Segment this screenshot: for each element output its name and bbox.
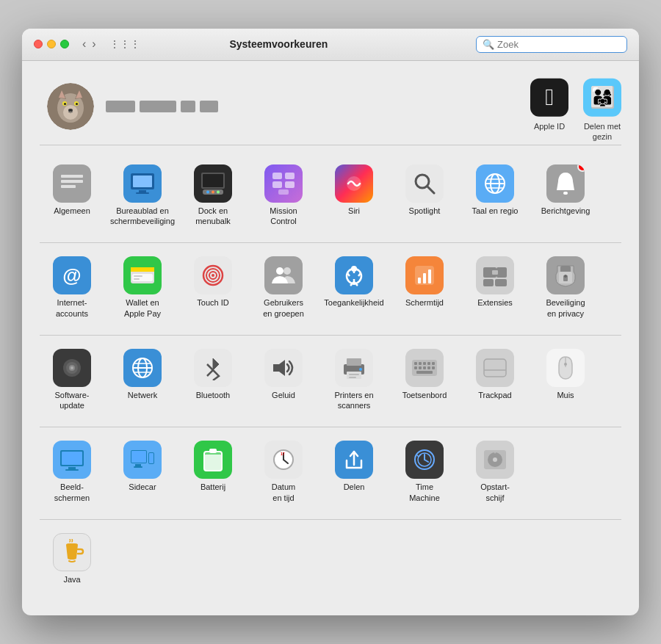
back-button[interactable]: ‹: [81, 38, 87, 50]
close-button[interactable]: [34, 40, 43, 48]
timemachine-icon: [405, 441, 444, 479]
beveiliging-item[interactable]: Beveiligingen privacy: [533, 252, 598, 323]
svg-rect-94: [432, 362, 435, 365]
geluid-label: Geluid: [272, 390, 295, 400]
berichtgeving-item[interactable]: Berichtgeving: [533, 160, 598, 231]
printers-item[interactable]: Printers enscanners: [322, 344, 386, 416]
svg-rect-12: [61, 175, 83, 178]
bureaubad-label: Bureaublad enschermbeveiliging: [110, 206, 175, 227]
user-info: [106, 101, 218, 112]
schermtijd-item[interactable]: Schermtijd: [392, 252, 457, 323]
svg-point-11: [68, 109, 73, 112]
svg-rect-112: [149, 453, 153, 463]
siri-item[interactable]: Siri: [322, 160, 386, 231]
svg-line-127: [425, 460, 428, 462]
notification-badge: [577, 164, 585, 172]
dock-item[interactable]: Dock enmenubalk: [181, 160, 245, 231]
spotlight-label: Spotlight: [409, 206, 441, 216]
svg-point-50: [283, 267, 291, 275]
svg-marker-82: [273, 360, 285, 376]
datum-icon: 17: [264, 441, 303, 479]
svg-rect-99: [432, 366, 435, 369]
opstart-item[interactable]: Opstart-schijf: [463, 436, 527, 507]
touchid-label: Touch ID: [197, 297, 228, 308]
java-item[interactable]: Java: [40, 529, 104, 589]
netwerk-label: Netwerk: [128, 390, 157, 400]
beeld-item[interactable]: Beeld-schermen: [40, 436, 104, 507]
berichtgeving-icon: [546, 164, 585, 203]
svg-rect-43: [134, 275, 142, 277]
svg-rect-25: [272, 173, 282, 179]
svg-rect-29: [278, 189, 289, 195]
dock-icon: [194, 164, 232, 203]
internet-item[interactable]: @ Internet-accounts: [40, 252, 104, 323]
svg-rect-91: [419, 362, 422, 365]
svg-rect-66: [495, 279, 507, 286]
apple-id-button[interactable]:  Apple ID: [530, 78, 568, 142]
minimize-button[interactable]: [47, 40, 56, 48]
algemeen-item[interactable]: Algemeen: [40, 160, 104, 231]
search-input[interactable]: [497, 39, 621, 50]
svg-rect-113: [135, 464, 141, 466]
svg-rect-18: [136, 192, 149, 194]
schermtijd-icon: [405, 256, 444, 294]
bureaubad-item[interactable]: Bureaublad enschermbeveiliging: [110, 160, 175, 231]
svg-rect-41: [131, 267, 154, 272]
svg-point-131: [494, 452, 496, 454]
taal-item[interactable]: Taal en regio: [463, 160, 527, 231]
datum-item[interactable]: 17 Datumen tijd: [251, 436, 316, 507]
spotlight-icon: [405, 164, 444, 203]
maximize-button[interactable]: [60, 40, 69, 48]
muis-item[interactable]: Muis: [533, 344, 598, 416]
beveiliging-label: Beveiligingen privacy: [546, 297, 585, 319]
opstart-icon: [476, 441, 514, 479]
geluid-item[interactable]: Geluid: [251, 344, 316, 416]
netwerk-item[interactable]: Netwerk: [110, 344, 175, 416]
trackpad-item[interactable]: Trackpad: [463, 344, 527, 416]
batterij-item[interactable]: Batterij: [181, 436, 245, 507]
delen-label: Delen met gezin: [584, 120, 621, 142]
wallet-item[interactable]: Wallet enApple Pay: [110, 252, 175, 323]
software-item[interactable]: Software-update: [40, 344, 104, 416]
delen-item[interactable]: Delen: [322, 436, 386, 507]
svg-rect-64: [496, 267, 507, 278]
gebruikers-item[interactable]: Gebruikersen groepen: [251, 252, 316, 323]
extensies-icon: [476, 256, 514, 294]
internet-label: Internet-accounts: [56, 297, 88, 319]
datum-label: Datumen tijd: [272, 482, 295, 503]
section-other: Java: [40, 529, 621, 589]
mission-item[interactable]: MissionControl: [251, 160, 316, 231]
gebruikers-label: Gebruikersen groepen: [263, 297, 304, 319]
svg-rect-20: [203, 174, 223, 187]
divider-1: [40, 242, 621, 243]
timemachine-label: TimeMachine: [409, 482, 440, 503]
family-icon: 👨‍👩‍👧: [590, 85, 615, 109]
delen-icon: 👨‍👩‍👧: [583, 78, 621, 116]
toetsenbord-item[interactable]: Toetsenbord: [392, 344, 457, 416]
icon-grid-5: Java: [40, 529, 621, 589]
berichtgeving-label: Berichtgeving: [541, 206, 590, 216]
svg-rect-118: [209, 449, 217, 453]
sidecar-icon: [123, 441, 162, 479]
delen-icon: [335, 441, 373, 479]
svg-point-9: [64, 103, 66, 105]
toegank-item[interactable]: Toegankelijkheid: [322, 252, 386, 323]
timemachine-item[interactable]: TimeMachine: [392, 436, 457, 507]
svg-rect-114: [134, 466, 142, 468]
bluetooth-item[interactable]: Bluetooth: [181, 344, 245, 416]
avatar[interactable]: [47, 83, 94, 130]
spotlight-item[interactable]: Spotlight: [392, 160, 457, 231]
search-box[interactable]: 🔍: [476, 36, 627, 53]
algemeen-icon: [53, 164, 91, 203]
touchid-item[interactable]: Touch ID: [181, 252, 245, 323]
svg-point-88: [359, 368, 362, 371]
svg-rect-14: [61, 185, 76, 188]
beeld-icon: [53, 441, 91, 479]
extensies-item[interactable]: Extensies: [463, 252, 527, 323]
delen-label: Delen: [344, 482, 365, 492]
delen-met-gezin-button[interactable]: 👨‍👩‍👧 Delen met gezin: [583, 78, 621, 142]
gebruikers-icon: [264, 256, 303, 294]
sidecar-item[interactable]: Sidecar: [110, 436, 175, 507]
divider-2: [40, 335, 621, 336]
svg-rect-96: [419, 366, 422, 369]
